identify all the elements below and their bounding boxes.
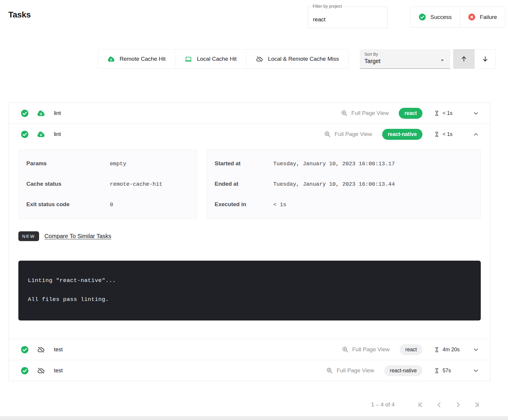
full-page-view-button[interactable]: Full Page View: [326, 367, 374, 374]
failure-filter-button[interactable]: Failure: [460, 7, 505, 27]
sort-by-select[interactable]: Sort By Target: [360, 49, 450, 69]
last-page-icon: [473, 401, 481, 409]
cloud-download-icon: [107, 55, 115, 63]
full-page-view-label: Full Page View: [351, 110, 389, 116]
cache-miss-icon: [37, 346, 45, 354]
expand-row-button[interactable]: [472, 109, 480, 118]
zoom-in-icon: [342, 346, 349, 353]
full-page-view-label: Full Page View: [335, 131, 372, 137]
pagination-range: 1 – 4 of 4: [371, 401, 395, 408]
duration-label: 4m 20s: [443, 347, 459, 353]
page-title: Tasks: [8, 10, 31, 20]
next-page-icon: [454, 401, 462, 409]
hourglass-icon: [434, 131, 440, 137]
new-badge: NEW: [18, 231, 39, 241]
project-filter-input[interactable]: [308, 7, 388, 28]
hourglass-icon: [434, 347, 440, 353]
success-status-icon: [21, 367, 29, 375]
previous-page-button[interactable]: [435, 400, 444, 409]
executed-in-label: Executed in: [215, 201, 273, 208]
exit-status-row: Exit status code 0: [19, 194, 197, 215]
executed-in-row: Executed in < 1s: [207, 194, 480, 215]
last-page-button[interactable]: [472, 400, 482, 409]
project-filter-label: Filter by project: [311, 4, 343, 9]
expand-row-button[interactable]: [472, 366, 480, 375]
arrow-up-icon: [460, 55, 467, 62]
success-filter-button[interactable]: Success: [411, 7, 460, 27]
started-at-row: Started at Tuesday, January 10, 2023 16:…: [207, 153, 480, 174]
task-row-actions: Full Page View react 4m 20s: [342, 344, 480, 355]
sort-descending-button[interactable]: [475, 49, 496, 69]
task-row: lint Full Page View react-native < 1s: [9, 124, 490, 339]
chevron-down-icon: [473, 347, 479, 353]
cache-status-row: Cache status remote-cache-hit: [19, 174, 197, 194]
task-row: test Full Page View react 4m 20s: [9, 339, 490, 360]
task-row-actions: Full Page View react-native < 1s: [324, 129, 480, 140]
failure-filter-label: Failure: [480, 14, 497, 20]
status-filter-group: Success Failure: [410, 7, 505, 28]
cache-miss-icon: [37, 367, 45, 375]
executed-in-value: < 1s: [273, 202, 286, 208]
remote-cache-hit-filter-button[interactable]: Remote Cache Hit: [98, 49, 175, 68]
task-row-header[interactable]: test Full Page View react 4m 20s: [9, 339, 490, 360]
zoom-in-icon: [341, 110, 348, 117]
remote-cache-hit-icon: [37, 130, 45, 138]
duration-label: < 1s: [443, 110, 453, 116]
project-filter-field: Filter by project: [308, 7, 388, 28]
duration-label: < 1s: [443, 131, 453, 137]
local-cache-hit-filter-button[interactable]: Local Cache Hit: [175, 49, 246, 68]
success-status-icon: [21, 109, 29, 117]
project-badge[interactable]: react: [399, 108, 422, 119]
previous-page-icon: [435, 401, 443, 409]
zoom-in-icon: [326, 367, 333, 374]
cache-miss-filter-button[interactable]: Local & Remote Cache Miss: [246, 49, 348, 68]
project-badge[interactable]: react-native: [384, 365, 422, 376]
terminal-line: All files pass linting.: [28, 296, 471, 303]
remote-cache-hit-icon: [37, 109, 45, 117]
success-check-icon: [419, 13, 426, 21]
sort-by-value: Target: [364, 58, 446, 65]
laptop-icon: [185, 55, 192, 63]
task-target-label: test: [54, 367, 63, 374]
task-target-label: lint: [54, 131, 61, 137]
success-filter-label: Success: [430, 14, 452, 20]
task-row-header[interactable]: lint Full Page View react-native < 1s: [9, 124, 490, 145]
next-page-button[interactable]: [454, 400, 463, 409]
cache-status-label: Cache status: [26, 181, 110, 187]
local-cache-hit-label: Local Cache Hit: [197, 56, 237, 62]
project-badge[interactable]: react-native: [382, 129, 422, 140]
success-status-icon: [21, 346, 29, 354]
chevron-up-icon: [473, 131, 479, 137]
full-page-view-button[interactable]: Full Page View: [324, 131, 372, 138]
project-badge[interactable]: react: [400, 344, 422, 355]
chevron-down-icon: [473, 368, 479, 374]
collapse-row-button[interactable]: [472, 130, 480, 139]
ended-at-row: Ended at Tuesday, January 10, 2023 16:00…: [207, 174, 480, 194]
chevron-down-icon: [473, 110, 479, 116]
started-at-label: Started at: [215, 160, 273, 167]
sort-ascending-button[interactable]: [453, 49, 475, 69]
terminal-output: Linting "react-native"... All files pass…: [18, 261, 481, 320]
zoom-in-icon: [324, 131, 331, 138]
first-page-button[interactable]: [416, 400, 425, 409]
arrow-down-icon: [482, 55, 489, 62]
exit-status-label: Exit status code: [26, 201, 110, 208]
pagination: 1 – 4 of 4: [9, 397, 482, 412]
task-timing-panel: Started at Tuesday, January 10, 2023 16:…: [207, 149, 481, 219]
task-duration: < 1s: [434, 110, 466, 116]
cache-filter-group: Remote Cache Hit Local Cache Hit Local &…: [98, 49, 349, 69]
ended-at-label: Ended at: [215, 181, 273, 187]
success-status-icon: [21, 130, 29, 138]
compare-to-similar-tasks-link[interactable]: Compare To Similar Tasks: [44, 233, 111, 240]
terminal-line: Linting "react-native"...: [28, 277, 471, 284]
expand-row-button[interactable]: [472, 345, 480, 354]
task-row-header[interactable]: test Full Page View react-native 57s: [9, 360, 490, 381]
full-page-view-button[interactable]: Full Page View: [342, 346, 390, 353]
first-page-icon: [416, 401, 424, 409]
task-duration: 57s: [434, 368, 466, 374]
task-row-actions: Full Page View react-native 57s: [326, 365, 480, 376]
hourglass-icon: [434, 110, 440, 116]
params-value: empty: [110, 161, 126, 167]
task-row-header[interactable]: lint Full Page View react < 1s: [9, 103, 490, 124]
full-page-view-button[interactable]: Full Page View: [341, 110, 389, 117]
